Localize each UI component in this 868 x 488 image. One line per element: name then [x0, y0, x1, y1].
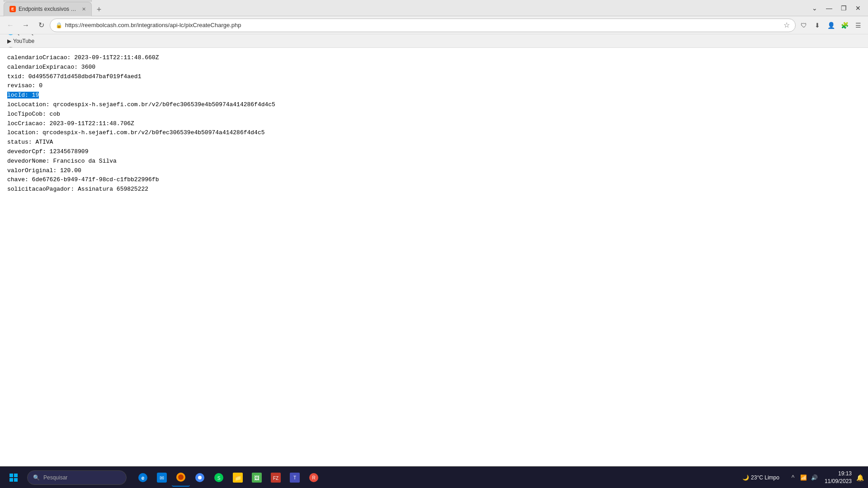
- svg-text:FZ: FZ: [273, 476, 278, 481]
- sound-icon[interactable]: 🔊: [810, 473, 819, 482]
- start-button[interactable]: [4, 468, 24, 488]
- url-text: https://reembolcash.com.br/integrations/…: [65, 22, 781, 28]
- clock-date: 11/09/2023: [825, 478, 852, 485]
- expand-tray-icon[interactable]: ^: [788, 473, 797, 482]
- svg-text:T: T: [293, 475, 296, 480]
- bookmark-favicon-6: ▶: [7, 38, 11, 44]
- tab-list-button[interactable]: ⌄: [808, 2, 821, 14]
- close-button[interactable]: ✕: [852, 2, 864, 14]
- taskbar-search-placeholder: Pesquisar: [43, 474, 67, 481]
- network-icon[interactable]: 📶: [799, 473, 808, 482]
- svg-text:S: S: [217, 476, 221, 481]
- taskbar-app-unknown1[interactable]: S: [210, 469, 228, 487]
- weather-widget: 🌙 23°C Limpo: [739, 474, 783, 481]
- svg-point-11: [198, 476, 202, 479]
- clock[interactable]: 19:13 11/09/2023: [825, 470, 852, 485]
- browser-tab-tab4[interactable]: E Efi ✕: [4, 0, 92, 2]
- extensions-icon[interactable]: 🧩: [838, 19, 851, 32]
- content-area: calendarioCriacao: 2023-09-11T22:11:48.6…: [0, 48, 868, 466]
- content-line: txid: 0d4955677d1d458dbd47baf019f4aed1: [7, 72, 861, 82]
- notification-area: ^ 📶 🔊: [787, 471, 821, 484]
- bookmark-item-6[interactable]: ▶YouTube: [4, 37, 80, 46]
- content-line: devedorNome: Francisco da Silva: [7, 157, 861, 166]
- profile-icon[interactable]: 👤: [825, 19, 837, 32]
- taskbar-app-files[interactable]: 📁: [229, 469, 247, 487]
- menu-icon[interactable]: ☰: [852, 19, 864, 32]
- browser-tab-tab5[interactable]: E Endpoints exclusivos Efi | Docu... ✕: [4, 2, 92, 16]
- content-line: locLocation: qrcodespix-h.sejaefi.com.br…: [7, 100, 861, 110]
- svg-text:R: R: [312, 475, 315, 480]
- bookmark-favicon-5: 🌐: [7, 34, 14, 35]
- nav-right-icons: 🛡 ⬇ 👤 🧩 ☰: [797, 19, 864, 32]
- taskbar-app-image[interactable]: 🖼: [248, 469, 266, 487]
- content-line: chave: 6de67626-b949-471f-98cd-c1fbb2299…: [7, 175, 861, 185]
- svg-text:🖼: 🖼: [254, 475, 259, 481]
- taskbar-right: 🌙 23°C Limpo ^ 📶 🔊 19:13 11/09/2023 🔔: [739, 470, 864, 485]
- content-line: devedorCpf: 12345678909: [7, 147, 861, 157]
- content-line: status: ATIVA: [7, 138, 861, 147]
- window-controls: ⌄ — ❐ ✕: [808, 2, 864, 14]
- bookmark-star-icon[interactable]: ☆: [783, 21, 790, 29]
- tab-label: Endpoints exclusivos Efi | Docu...: [19, 6, 77, 12]
- taskbar-app-filezilla[interactable]: FZ: [267, 469, 285, 487]
- title-bar: C Chat em português ✕ R reembolcash.com.…: [0, 0, 868, 16]
- new-tab-button[interactable]: +: [93, 4, 105, 16]
- bookmark-item-5[interactable]: 🌐QuickQR - Saas - Cont...: [4, 34, 80, 37]
- content-line: locCriacao: 2023-09-11T22:11:48.706Z: [7, 119, 861, 129]
- minimize-button[interactable]: —: [823, 2, 835, 14]
- content-line: locId: 19: [7, 91, 861, 100]
- taskbar-app-firefox[interactable]: [172, 469, 190, 487]
- taskbar-app-teams[interactable]: T: [286, 469, 304, 487]
- taskbar-apps: e ✉: [134, 469, 323, 487]
- address-bar[interactable]: 🔒 https://reembolcash.com.br/integration…: [50, 19, 796, 32]
- content-line: calendarioCriacao: 2023-09-11T22:11:48.6…: [7, 53, 861, 63]
- taskbar-app-chrome[interactable]: [191, 469, 209, 487]
- browser-window: C Chat em português ✕ R reembolcash.com.…: [0, 0, 868, 488]
- content-line: location: qrcodespix-h.sejaefi.com.br/v2…: [7, 128, 861, 138]
- content-line: solicitacaoPagador: Assinatura 659825222: [7, 185, 861, 194]
- bookmarks-bar: ⊞Importar favoritos...🦊Introdução🦊Firefo…: [0, 34, 868, 48]
- shield-icon[interactable]: 🛡: [797, 19, 810, 32]
- taskbar: 🔍 Pesquisar e ✉: [0, 466, 868, 488]
- svg-rect-3: [14, 478, 18, 482]
- notification-bell-icon[interactable]: 🔔: [855, 473, 864, 482]
- reload-button[interactable]: ↻: [34, 19, 48, 32]
- taskbar-app-mail[interactable]: ✉: [153, 469, 171, 487]
- content-line: valorOriginal: 120.00: [7, 166, 861, 176]
- download-icon[interactable]: ⬇: [811, 19, 824, 32]
- bookmark-label-6: YouTube: [13, 38, 34, 44]
- svg-text:✉: ✉: [160, 475, 164, 481]
- content-line: revisao: 0: [7, 81, 861, 91]
- tabs-container: C Chat em português ✕ R reembolcash.com.…: [4, 0, 805, 16]
- content-line: locTipoCob: cob: [7, 110, 861, 119]
- tab-favicon: E: [9, 6, 16, 12]
- nav-bar: ← → ↻ 🔒 https://reembolcash.com.br/integ…: [0, 16, 868, 34]
- content-line: calendarioExpiracao: 3600: [7, 63, 861, 72]
- maximize-button[interactable]: ❐: [837, 2, 850, 14]
- search-icon: 🔍: [33, 474, 40, 481]
- svg-rect-2: [9, 478, 13, 482]
- taskbar-app-edge[interactable]: e: [134, 469, 152, 487]
- highlighted-text: locId: 19: [7, 92, 39, 99]
- forward-button[interactable]: →: [19, 19, 33, 32]
- svg-point-9: [178, 474, 184, 480]
- weather-icon: 🌙: [742, 474, 749, 481]
- svg-text:📁: 📁: [235, 474, 241, 481]
- weather-text: 23°C Limpo: [751, 474, 779, 481]
- lock-icon: 🔒: [56, 22, 62, 28]
- svg-text:e: e: [142, 475, 145, 481]
- tab-close-button[interactable]: ✕: [82, 6, 86, 12]
- clock-time: 19:13: [825, 470, 852, 478]
- taskbar-search[interactable]: 🔍 Pesquisar: [27, 470, 127, 485]
- bookmark-label-5: QuickQR - Saas - Cont...: [16, 34, 76, 35]
- taskbar-app-red[interactable]: R: [305, 469, 323, 487]
- svg-rect-1: [14, 474, 18, 477]
- back-button[interactable]: ←: [4, 19, 17, 32]
- svg-rect-0: [9, 474, 13, 477]
